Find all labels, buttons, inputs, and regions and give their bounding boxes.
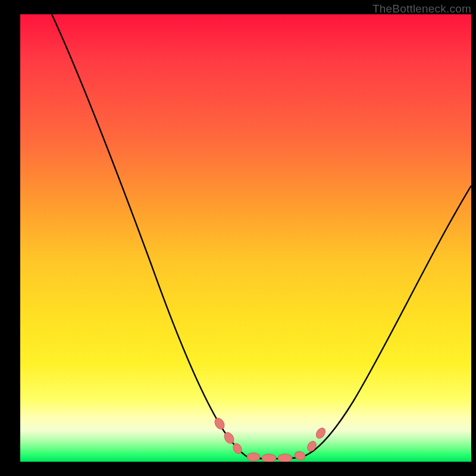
- attribution-watermark: TheBottleneck.com: [372, 2, 471, 15]
- chart-frame: TheBottleneck.com: [0, 0, 476, 476]
- curve-flat-bottom: [248, 457, 300, 459]
- curve-right-branch: [300, 186, 471, 458]
- marker-dot: [293, 450, 306, 462]
- marker-dot: [262, 454, 276, 462]
- chart-plot-area: [20, 14, 471, 462]
- curve-markers: [213, 416, 327, 462]
- bottleneck-curve: [20, 14, 471, 462]
- marker-dot: [213, 416, 226, 431]
- marker-dot: [231, 442, 243, 455]
- curve-left-branch: [52, 14, 248, 457]
- marker-dot: [278, 454, 292, 462]
- marker-dot: [247, 453, 260, 461]
- marker-dot: [314, 426, 327, 440]
- marker-dot: [223, 431, 236, 445]
- marker-dot: [306, 440, 318, 453]
